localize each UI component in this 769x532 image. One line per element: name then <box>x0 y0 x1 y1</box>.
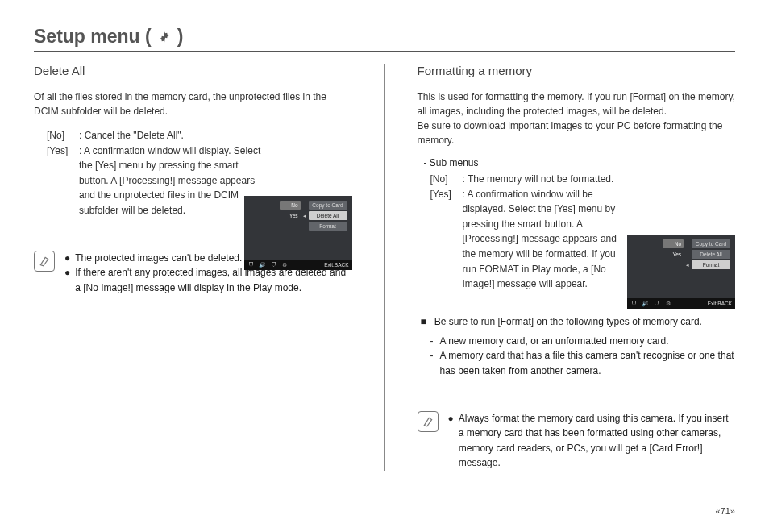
submenu-no-val: : Cancel the "Delete All". <box>79 128 264 143</box>
column-divider <box>384 64 385 471</box>
submenu-no-key-r: [No] <box>430 172 463 187</box>
scr-icon-r3: ⛉ <box>653 301 660 306</box>
bullet-dot-icon: ● <box>448 411 454 471</box>
submenu-no-val-r: : The memory will not be formatted. <box>463 172 632 187</box>
bullet-dot-icon: ● <box>64 251 70 266</box>
section-heading-format: Formatting a memory <box>418 64 736 81</box>
scr-exit-label-r: Exit:BACK <box>708 301 732 306</box>
gear-icon <box>156 31 173 44</box>
submenu-yes-val-r: : A confirmation window will be displaye… <box>463 187 632 292</box>
page-title: Setup menu ( ) <box>34 26 735 52</box>
format-types-text: Be sure to run [Format] on the following… <box>434 314 702 329</box>
submenu-no-key: [No] <box>47 128 79 143</box>
scr-icon-3: ⛉ <box>270 262 277 268</box>
scr-yes-label: Yes <box>280 211 301 220</box>
note-box-right: ●Always format the memory card using thi… <box>418 411 736 471</box>
right-column: Formatting a memory This is used for for… <box>418 64 736 471</box>
scr-delete-btn: Delete All <box>309 211 347 220</box>
scr-icon-r2: 🔊 <box>642 301 649 307</box>
submenu-yes-val: : A confirmation window will display. Se… <box>79 143 264 218</box>
note-icon <box>418 411 439 432</box>
note-left-1: The protected images can't be deleted. <box>75 251 242 266</box>
intro-text-right: This is used for formatting the memory. … <box>418 89 736 148</box>
title-suffix: ) <box>177 26 184 48</box>
intro-text-left: Of all the files stored in the memory ca… <box>34 89 352 118</box>
submenus-label: - Sub menus <box>424 157 736 168</box>
dash-item-1: A new memory card, or an unformatted mem… <box>440 334 736 349</box>
scr-format-btn: Format <box>309 222 347 231</box>
scr-copy-btn: Copy to Card <box>309 201 347 210</box>
scr-icon-r4: ⚙ <box>664 301 671 307</box>
scr-empty-label-r <box>663 260 684 269</box>
dash-item-2: A memory card that has a file this camer… <box>440 348 736 378</box>
dash-icon: - <box>430 334 440 349</box>
scr-empty-label <box>280 222 301 231</box>
scr-delete-btn-r: Delete All <box>692 250 730 259</box>
page-number: «71» <box>716 506 735 516</box>
left-arrow-icon-r: ◂ <box>685 262 690 268</box>
left-arrow-icon: ◂ <box>302 213 307 219</box>
left-column: Delete All Of all the files stored in th… <box>34 64 352 471</box>
submenu-yes-key: [Yes] <box>47 143 79 218</box>
bullet-dot-icon: ● <box>64 265 70 295</box>
bullet-square-icon: ■ <box>421 314 426 329</box>
submenu-list-right: [No] : The memory will not be formatted.… <box>430 172 632 292</box>
submenu-list-left: [No] : Cancel the "Delete All". [Yes] : … <box>47 128 264 218</box>
scr-no-label: No <box>280 201 301 210</box>
dash-icon: - <box>430 348 440 378</box>
scr-copy-btn-r: Copy to Card <box>692 239 730 248</box>
submenu-yes-key-r: [Yes] <box>430 187 463 292</box>
dash-list: -A new memory card, or an unformatted me… <box>430 334 736 379</box>
section-heading-delete-all: Delete All <box>34 64 352 81</box>
note-right-1: Always format the memory card using this… <box>459 411 735 471</box>
scr-icon-2: 🔊 <box>259 262 266 268</box>
camera-screenshot-format: No Copy to Card Yes Delete All ◂ Format <box>627 235 735 309</box>
camera-screenshot-delete: No Copy to Card Yes ◂ Delete All Format <box>244 196 352 270</box>
scr-icon-1: ⛉ <box>247 262 255 268</box>
note-icon <box>34 251 55 272</box>
scr-yes-label-r: Yes <box>663 250 684 259</box>
format-types-intro: ■ Be sure to run [Format] on the followi… <box>421 314 736 329</box>
scr-icon-4: ⚙ <box>281 262 289 268</box>
scr-icon-r1: ⛉ <box>630 301 638 306</box>
scr-format-btn-r: Format <box>692 260 730 269</box>
scr-exit-label: Exit:BACK <box>324 262 348 268</box>
title-prefix: Setup menu ( <box>34 26 152 48</box>
scr-no-label-r: No <box>663 239 684 248</box>
